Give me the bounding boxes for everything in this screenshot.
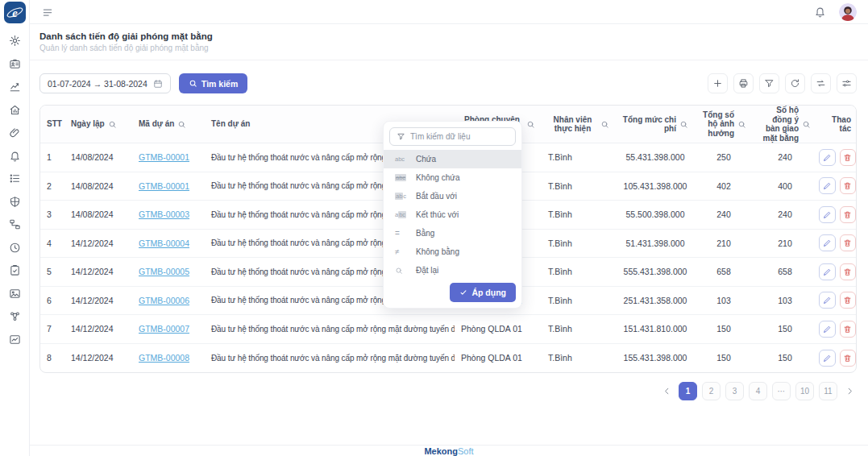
page-button-1[interactable]: 1	[679, 382, 697, 400]
column-header: Mã dự án	[132, 106, 205, 143]
filter-option-label: Bằng	[416, 229, 434, 238]
report-clipboard-icon[interactable]	[9, 264, 21, 276]
row-index-cell: 3	[40, 201, 64, 230]
delete-row-button[interactable]	[840, 177, 857, 194]
share-nodes-icon[interactable]	[9, 310, 21, 322]
edit-row-button[interactable]	[819, 206, 836, 223]
agreed-households-cell: 400	[753, 172, 817, 201]
column-search-icon[interactable]	[802, 120, 811, 129]
column-search-icon[interactable]	[600, 120, 609, 129]
delete-row-button[interactable]	[840, 149, 857, 166]
filter-option-ends-with[interactable]: abcKết thúc với	[384, 205, 521, 224]
staff-cell: T.Bình	[542, 258, 616, 287]
filter-option-starts-with[interactable]: abcBắt đầu với	[384, 187, 521, 205]
controls-row: 01-07-2024 → 31-08-2024 Tìm kiếm	[39, 73, 857, 93]
total-cost-cell: 105.431.398.000	[616, 172, 695, 201]
trash-icon	[843, 354, 852, 363]
security-shield-icon[interactable]	[9, 196, 21, 208]
task-list-icon[interactable]	[9, 172, 21, 184]
column-header: Tổng số hộ ảnh hưởng	[695, 106, 753, 143]
page-button-2[interactable]: 2	[702, 382, 721, 400]
workflow-icon[interactable]	[9, 218, 21, 230]
edit-row-button[interactable]	[819, 234, 836, 251]
created-date-cell: 14/12/2024	[64, 315, 132, 344]
settings-icon[interactable]	[9, 35, 21, 47]
page-button-3[interactable]: 3	[725, 382, 744, 400]
id-card-icon[interactable]	[9, 58, 21, 70]
project-code-link[interactable]: GTMB-00005	[139, 267, 189, 276]
edit-row-button[interactable]	[819, 350, 836, 367]
filter-option-not-equals[interactable]: ≠Không bằng	[384, 243, 521, 261]
filter-option-reset[interactable]: Đặt lại	[384, 261, 521, 280]
column-label: Tổng số hộ ảnh hưởng	[701, 110, 734, 139]
filter-option-not-contains[interactable]: abcKhông chứa	[384, 168, 521, 187]
notification-bell-icon[interactable]	[814, 6, 826, 18]
pencil-icon	[823, 153, 832, 162]
page-button-11[interactable]: 11	[819, 382, 837, 400]
delete-row-button[interactable]	[840, 321, 857, 338]
column-search-icon[interactable]	[737, 120, 746, 129]
actions-cell	[817, 343, 857, 372]
date-range-picker[interactable]: 01-07-2024 → 31-08-2024	[39, 73, 171, 93]
sliders-button[interactable]	[837, 73, 857, 93]
page-ellipsis[interactable]: ⋯	[772, 382, 791, 400]
staff-cell: T.Bình	[542, 286, 616, 315]
apply-filter-label: Áp dụng	[471, 288, 506, 297]
delete-row-button[interactable]	[840, 234, 857, 251]
project-code-link[interactable]: GTMB-00001	[139, 181, 189, 191]
actions-cell	[817, 229, 857, 258]
project-code-link[interactable]: GTMB-00008	[139, 353, 189, 363]
filter-option-label: Đặt lại	[416, 266, 438, 275]
column-search-icon[interactable]	[526, 120, 535, 129]
notifications-icon[interactable]	[9, 150, 21, 162]
project-code-link[interactable]: GTMB-00007	[139, 324, 189, 334]
hamburger-menu-icon[interactable]	[41, 6, 54, 18]
refresh-button[interactable]	[785, 73, 805, 93]
column-search-icon[interactable]	[679, 120, 688, 129]
search-button[interactable]: Tìm kiếm	[179, 73, 248, 93]
user-avatar[interactable]	[839, 3, 857, 21]
history-clock-icon[interactable]	[9, 242, 21, 254]
edit-row-button[interactable]	[819, 292, 836, 309]
project-code-link[interactable]: GTMB-00003	[139, 209, 189, 219]
media-chart-icon[interactable]	[9, 334, 21, 346]
column-header: Thao tác	[817, 106, 857, 143]
column-search-icon[interactable]	[108, 120, 117, 129]
delete-row-button[interactable]	[840, 206, 857, 223]
sync-button[interactable]	[811, 73, 831, 93]
filter-option-equals[interactable]: =Bằng	[384, 224, 521, 243]
edit-row-button[interactable]	[819, 177, 836, 194]
export-button[interactable]	[733, 73, 754, 93]
agreed-households-cell: 150	[753, 315, 817, 344]
page-button-10[interactable]: 10	[795, 382, 814, 400]
delete-row-button[interactable]	[840, 292, 857, 309]
filter-option-label: Chứa	[416, 155, 436, 164]
calendar-icon	[153, 79, 163, 89]
plus-button[interactable]	[708, 73, 728, 93]
project-code-link[interactable]: GTMB-00001	[139, 152, 189, 162]
column-search-icon[interactable]	[177, 120, 186, 129]
delete-row-button[interactable]	[840, 263, 857, 280]
filter-search-input[interactable]	[410, 132, 509, 141]
total-cost-cell: 251.431.358.000	[616, 286, 695, 315]
project-code-link[interactable]: GTMB-00004	[139, 238, 189, 248]
image-gallery-icon[interactable]	[9, 288, 21, 300]
edit-row-button[interactable]	[819, 149, 836, 166]
prev-page-button[interactable]	[659, 383, 674, 398]
row-index-cell: 2	[40, 172, 64, 201]
chart-trend-icon[interactable]	[9, 81, 21, 93]
project-code-cell: GTMB-00003	[132, 201, 205, 230]
filter-button[interactable]	[759, 73, 779, 93]
edit-row-button[interactable]	[819, 321, 836, 338]
delete-row-button[interactable]	[840, 350, 857, 367]
page-button-4[interactable]: 4	[749, 382, 767, 400]
filter-option-contains[interactable]: abcChứa	[384, 150, 521, 168]
attachment-icon[interactable]	[9, 126, 21, 139]
edit-row-button[interactable]	[819, 263, 836, 280]
project-code-link[interactable]: GTMB-00006	[139, 296, 189, 305]
next-page-button[interactable]	[842, 383, 857, 398]
apply-filter-button[interactable]: Áp dụng	[450, 283, 516, 302]
trash-icon	[843, 210, 852, 219]
total-cost-cell: 155.431.398.000	[616, 343, 695, 372]
home-stats-icon[interactable]	[9, 104, 21, 116]
